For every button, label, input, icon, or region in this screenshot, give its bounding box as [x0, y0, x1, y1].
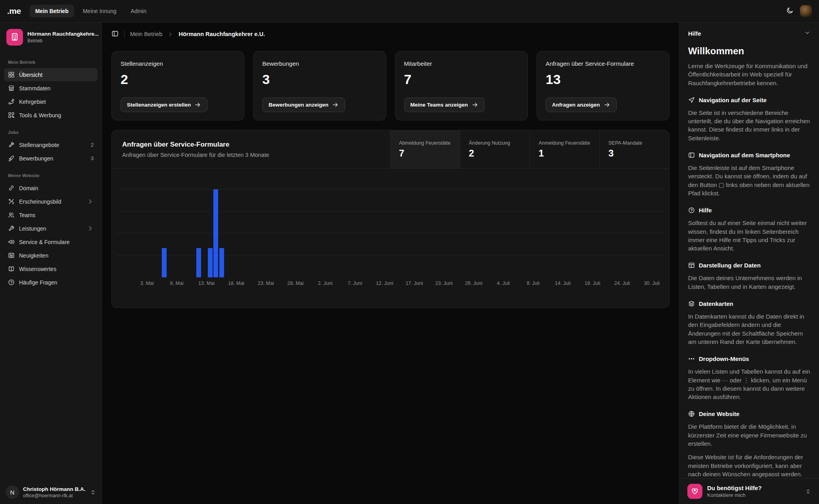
- sidebar-navigation: Mein BetriebÜbersichtStammdatenKehrgebie…: [0, 50, 102, 480]
- tab-sepa-mandate[interactable]: SEPA-Mandate3: [599, 130, 669, 168]
- help-section-hilfe: Hilfe: [688, 207, 810, 214]
- sidebar-toggle-button[interactable]: [111, 30, 119, 38]
- help-section-datenkarten: Datenkarten: [688, 300, 810, 307]
- chevrons-up-down-icon: [90, 489, 96, 495]
- help-section-navigation-auf-der-seite: Navigation auf der Seite: [688, 97, 810, 103]
- x-axis-tick: 4. Juli: [497, 281, 510, 286]
- help-section-body: Diese Website ist für die Anforderungen …: [688, 453, 810, 478]
- topnav-item-meine-innung[interactable]: Meine Innung: [77, 5, 122, 17]
- tab-abmeldung-feuerstatte[interactable]: Abmeldung Feuerstätte7: [390, 130, 460, 168]
- tab-anmeldung-feuerstatte[interactable]: Anmeldung Feuerstätte1: [529, 130, 599, 168]
- sidebar-item-kehrgebiet[interactable]: Kehrgebiet: [4, 95, 98, 108]
- sidebar-item-label: Teams: [19, 212, 94, 218]
- sidebar-item-service-formulare[interactable]: Service & Formulare: [4, 235, 98, 248]
- building-icon: [10, 32, 19, 42]
- chevron-right-icon: [87, 198, 94, 205]
- x-axis-tick: 14. Juli: [555, 281, 571, 286]
- breadcrumb-parent[interactable]: Mein Betrieb: [130, 31, 162, 37]
- x-axis-tick: 23. Juni: [435, 281, 453, 286]
- help-intro: Lerne die Werkzeuge für Kommunikation un…: [688, 62, 810, 87]
- anfragen-anzeigen-button[interactable]: Anfragen anzeigen: [546, 97, 617, 112]
- stat-card-value: 2: [121, 72, 235, 87]
- stat-cards-row: Stellenanzeigen2Stellenanzeigen erstelle…: [102, 46, 679, 120]
- breadcrumb: Mein Betrieb Hörmann Rauchfangkehrer e.U…: [102, 23, 679, 46]
- sidebar-item-domain[interactable]: Domain: [4, 181, 98, 195]
- company-info: Hörmann Rauchfangkehre... Betrieb: [27, 31, 99, 44]
- chart-bar: [162, 248, 167, 277]
- stat-card-mitarbeiter: Mitarbeiter7Meine Teams anzeigen: [395, 51, 528, 120]
- chart-x-axis: 3. Mai8. Mai13. Mai18. Mai23. Mai28. Mai…: [112, 277, 669, 291]
- chart-bar: [196, 248, 201, 277]
- chevrons-up-down-icon: [805, 489, 811, 494]
- arrow-right-icon: [194, 101, 201, 108]
- chart-card: Anfragen über Service-Formulare Anfragen…: [111, 130, 669, 308]
- help-section-body: In vielen Listen und Tabellen kannst du …: [688, 367, 810, 401]
- count-badge: 3: [91, 155, 94, 161]
- topnav-item-admin[interactable]: Admin: [125, 5, 152, 17]
- sidebar-item-ubersicht[interactable]: Übersicht: [4, 68, 98, 81]
- sidebar-item-erscheinungsbild[interactable]: Erscheinungsbild: [4, 195, 98, 208]
- stat-card-bewerbungen: Bewerbungen3Bewerbungen anzeigen: [253, 51, 386, 120]
- dark-mode-toggle[interactable]: [786, 7, 794, 15]
- help-panel: Hilfe Willkommen Lerne die Werkzeuge für…: [679, 23, 819, 504]
- topbar-right: [786, 5, 812, 17]
- chevron-down-icon: [804, 30, 810, 37]
- chart-titles: Anfragen über Service-Formulare Anfragen…: [112, 130, 390, 168]
- sidebar-item-leistungen[interactable]: Leistungen: [4, 222, 98, 235]
- layout-icon: [688, 262, 695, 269]
- x-axis-tick: 24. Juli: [614, 281, 630, 286]
- tab-value: 3: [608, 148, 660, 159]
- breadcrumb-current: Hörmann Rauchfangkehrer e.U.: [178, 31, 265, 37]
- sidebar-item-neuigkeiten[interactable]: Neuigkeiten: [4, 249, 98, 262]
- contact-help-row[interactable]: Du benötigst Hilfe? Kontaktiere mich: [679, 478, 819, 504]
- arrow-right-icon: [332, 101, 339, 108]
- chart-bar: [219, 248, 224, 277]
- tab-anderung-nutzung[interactable]: Änderung Nutzung2: [460, 130, 529, 168]
- stat-card-label: Anfragen über Service-Formulare: [546, 60, 660, 67]
- tab-label: Abmeldung Feuerstätte: [399, 140, 451, 147]
- sidebar-item-teams[interactable]: Teams: [4, 208, 98, 221]
- rocket-icon: [8, 155, 15, 162]
- stat-card-value: 3: [262, 72, 377, 87]
- book-icon: [8, 265, 15, 272]
- help-section-heading: Hilfe: [699, 207, 712, 214]
- sidebar-item-label: Tools & Werbung: [19, 112, 94, 118]
- meine-teams-anzeigen-button[interactable]: Meine Teams anzeigen: [404, 97, 485, 112]
- chart-gridline: [117, 233, 664, 233]
- moon-icon: [786, 7, 794, 15]
- help-header: Hilfe: [688, 30, 810, 37]
- x-axis-tick: 12. Juni: [376, 281, 393, 286]
- x-axis-tick: 30. Juli: [644, 281, 660, 286]
- chart-gridline: [117, 211, 664, 212]
- layers-icon: [688, 300, 695, 307]
- bewerbungen-anzeigen-button[interactable]: Bewerbungen anzeigen: [262, 97, 345, 112]
- user-menu[interactable]: N Christoph Hörmann B.A. office@hoermann…: [0, 480, 102, 504]
- tab-label: Anmeldung Feuerstätte: [539, 140, 591, 147]
- x-axis-tick: 19. Juli: [585, 281, 600, 286]
- button-label: Bewerbungen anzeigen: [269, 102, 328, 108]
- x-axis-tick: 3. Mai: [140, 281, 154, 286]
- x-axis-tick: 23. Mai: [258, 281, 274, 286]
- sidebar-item-wissenswertes[interactable]: Wissenswertes: [4, 262, 98, 275]
- sidebar-item-haufige-fragen[interactable]: Häufige Fragen: [4, 276, 98, 289]
- user-avatar-photo[interactable]: [800, 5, 812, 17]
- help-section-darstellung-der-daten: Darstellung der Daten: [688, 262, 810, 269]
- help-section-heading: Navigation auf der Seite: [699, 97, 767, 103]
- topnav-item-mein-betrieb[interactable]: Mein Betrieb: [30, 5, 74, 17]
- divider: [124, 31, 125, 38]
- button-label: Stellenanzeigen erstellen: [127, 102, 191, 108]
- help-section-navigation-auf-dem-smartphone: Navigation auf dem Smartphone: [688, 152, 810, 158]
- sidebar-item-stellenangebote[interactable]: Stellenangebote2: [4, 138, 98, 151]
- tab-label: SEPA-Mandate: [608, 140, 660, 147]
- stellenanzeigen-erstellen-button[interactable]: Stellenanzeigen erstellen: [121, 97, 207, 112]
- megaphone-icon: [8, 239, 15, 245]
- sidebar-item-bewerbungen[interactable]: Bewerbungen3: [4, 152, 98, 165]
- help-collapse-button[interactable]: [804, 30, 810, 37]
- sidebar-item-stammdaten[interactable]: Stammdaten: [4, 82, 98, 95]
- help-section-heading: Datenkarten: [699, 300, 733, 307]
- stat-card-anfragen-uber-service-formulare: Anfragen über Service-Formulare13Anfrage…: [537, 51, 669, 120]
- sidebar-item-label: Leistungen: [19, 225, 82, 232]
- chart-gridline: [117, 189, 664, 189]
- sidebar-item-tools-werbung[interactable]: Tools & Werbung: [4, 109, 98, 122]
- company-header: Hörmann Rauchfangkehre... Betrieb: [0, 23, 102, 50]
